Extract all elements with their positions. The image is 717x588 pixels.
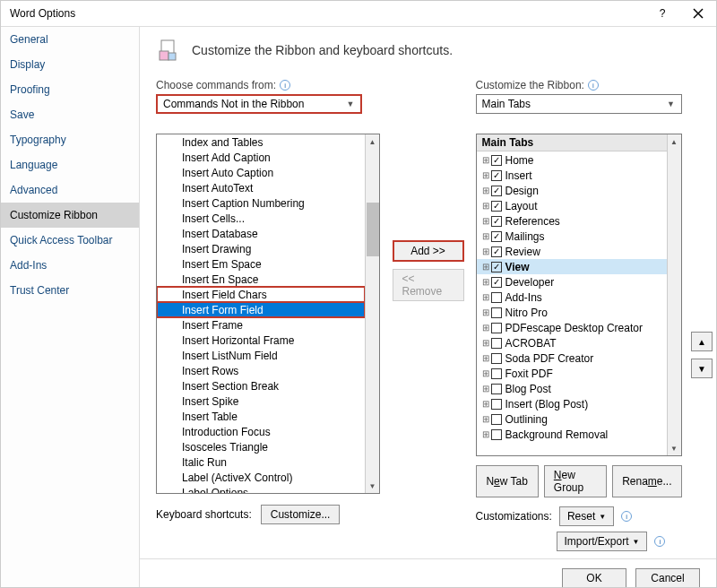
sidebar-item-typography[interactable]: Typography [1, 127, 139, 152]
close-button[interactable] [680, 1, 716, 26]
expander-icon[interactable]: ⊞ [480, 368, 491, 378]
expander-icon[interactable]: ⊞ [480, 186, 491, 195]
checkbox[interactable] [491, 414, 502, 425]
command-item[interactable]: Insert Database [157, 226, 365, 241]
new-group-button[interactable]: New Group [544, 465, 607, 497]
command-item[interactable]: Insert Auto Caption [157, 165, 365, 180]
checkbox[interactable] [491, 292, 502, 303]
command-item[interactable]: Insert Rows [157, 363, 365, 378]
tree-item[interactable]: ⊞Add-Ins [477, 290, 667, 305]
sidebar-item-general[interactable]: General [1, 27, 139, 52]
import-export-button[interactable]: Import/Export ▼ [557, 532, 648, 551]
command-item[interactable]: Index and Tables [157, 134, 365, 150]
checkbox[interactable]: ✓ [491, 186, 502, 196]
expander-icon[interactable]: ⊞ [480, 216, 491, 226]
expander-icon[interactable]: ⊞ [480, 262, 491, 272]
customize-ribbon-combo[interactable]: Main Tabs ▼ [476, 94, 682, 114]
expander-icon[interactable]: ⊞ [480, 307, 491, 317]
command-item[interactable]: Insert Em Space [157, 256, 365, 272]
move-down-button[interactable]: ▼ [691, 359, 713, 378]
command-item[interactable]: Insert Caption Numbering [157, 195, 365, 211]
sidebar-item-customize-ribbon[interactable]: Customize Ribbon [1, 203, 139, 228]
command-item[interactable]: Introduction Focus [157, 424, 365, 439]
expander-icon[interactable]: ⊞ [480, 399, 491, 409]
info-icon[interactable]: i [280, 80, 290, 91]
sidebar-item-trust-center[interactable]: Trust Center [1, 278, 139, 303]
tree-item[interactable]: ⊞✓Layout [477, 198, 667, 213]
command-item[interactable]: Insert En Space [157, 272, 365, 287]
command-item[interactable]: Insert Spike [157, 393, 365, 409]
sidebar-item-add-ins[interactable]: Add-Ins [1, 253, 139, 278]
expander-icon[interactable]: ⊞ [480, 155, 491, 165]
tree-item[interactable]: ⊞Outlining [477, 411, 667, 427]
command-item[interactable]: Label Options... [157, 485, 365, 493]
scroll-down-icon[interactable]: ▼ [668, 441, 681, 455]
expander-icon[interactable]: ⊞ [480, 414, 491, 424]
expander-icon[interactable]: ⊞ [480, 231, 491, 241]
tree-item[interactable]: ⊞✓Review [477, 244, 667, 259]
expander-icon[interactable]: ⊞ [480, 338, 491, 348]
customize-keyboard-button[interactable]: Customize... [261, 505, 341, 524]
tree-item[interactable]: ⊞Background Removal [477, 427, 667, 442]
command-item[interactable]: Insert Add Caption [157, 150, 365, 165]
expander-icon[interactable]: ⊞ [480, 292, 491, 302]
command-item[interactable]: Italic Run [157, 454, 365, 470]
command-item[interactable]: Isosceles Triangle [157, 439, 365, 454]
add-button[interactable]: Add >> [393, 240, 464, 262]
checkbox[interactable] [491, 429, 502, 440]
command-item[interactable]: Insert Cells... [157, 211, 365, 226]
checkbox[interactable] [491, 384, 502, 394]
command-item[interactable]: Insert Form Field [157, 302, 365, 317]
scrollbar[interactable]: ▲ ▼ [667, 134, 681, 455]
tree-item[interactable]: ⊞Nitro Pro [477, 305, 667, 320]
checkbox[interactable]: ✓ [491, 277, 502, 288]
tree-item[interactable]: ⊞✓Mailings [477, 229, 667, 244]
expander-icon[interactable]: ⊞ [480, 429, 491, 439]
checkbox[interactable] [491, 399, 502, 410]
info-icon[interactable]: i [588, 80, 599, 91]
tree-item[interactable]: ⊞Insert (Blog Post) [477, 396, 667, 411]
scroll-down-icon[interactable]: ▼ [366, 479, 379, 493]
command-item[interactable]: Insert Table [157, 409, 365, 424]
checkbox[interactable]: ✓ [491, 216, 502, 227]
checkbox[interactable]: ✓ [491, 201, 502, 212]
sidebar-item-display[interactable]: Display [1, 52, 139, 77]
expander-icon[interactable]: ⊞ [480, 384, 491, 393]
scroll-up-icon[interactable]: ▲ [366, 134, 379, 149]
tree-item[interactable]: ⊞✓View [477, 259, 667, 274]
checkbox[interactable] [491, 307, 502, 318]
command-item[interactable]: Insert ListNum Field [157, 348, 365, 363]
scrollbar[interactable]: ▲ ▼ [365, 134, 379, 493]
checkbox[interactable]: ✓ [491, 170, 502, 181]
ok-button[interactable]: OK [562, 568, 626, 588]
checkbox[interactable] [491, 368, 502, 379]
command-item[interactable]: Insert AutoText [157, 180, 365, 195]
command-item[interactable]: Insert Horizontal Frame [157, 333, 365, 348]
checkbox[interactable] [491, 338, 502, 349]
commands-listbox[interactable]: Index and TablesInsert Add CaptionInsert… [156, 134, 380, 494]
info-icon[interactable]: i [654, 536, 665, 547]
tree-item[interactable]: ⊞✓Developer [477, 274, 667, 290]
sidebar-item-advanced[interactable]: Advanced [1, 177, 139, 203]
tree-item[interactable]: ⊞✓Design [477, 183, 667, 198]
tree-item[interactable]: ⊞✓Home [477, 152, 667, 168]
tree-item[interactable]: ⊞ACROBAT [477, 335, 667, 350]
command-item[interactable]: Insert Frame [157, 317, 365, 333]
checkbox[interactable]: ✓ [491, 155, 502, 166]
sidebar-item-quick-access-toolbar[interactable]: Quick Access Toolbar [1, 228, 139, 253]
expander-icon[interactable]: ⊞ [480, 323, 491, 333]
info-icon[interactable]: i [621, 511, 632, 522]
expander-icon[interactable]: ⊞ [480, 170, 491, 180]
choose-commands-combo[interactable]: Commands Not in the Ribbon ▼ [156, 94, 362, 114]
checkbox[interactable] [491, 353, 502, 364]
command-item[interactable]: Label (ActiveX Control) [157, 470, 365, 485]
expander-icon[interactable]: ⊞ [480, 353, 491, 363]
expander-icon[interactable]: ⊞ [480, 277, 491, 287]
checkbox[interactable] [491, 323, 502, 333]
cancel-button[interactable]: Cancel [635, 568, 700, 588]
sidebar-item-language[interactable]: Language [1, 152, 139, 177]
reset-button[interactable]: Reset ▼ [559, 506, 614, 526]
tree-item[interactable]: ⊞✓References [477, 213, 667, 229]
tree-item[interactable]: ⊞Blog Post [477, 381, 667, 396]
checkbox[interactable]: ✓ [491, 262, 502, 272]
